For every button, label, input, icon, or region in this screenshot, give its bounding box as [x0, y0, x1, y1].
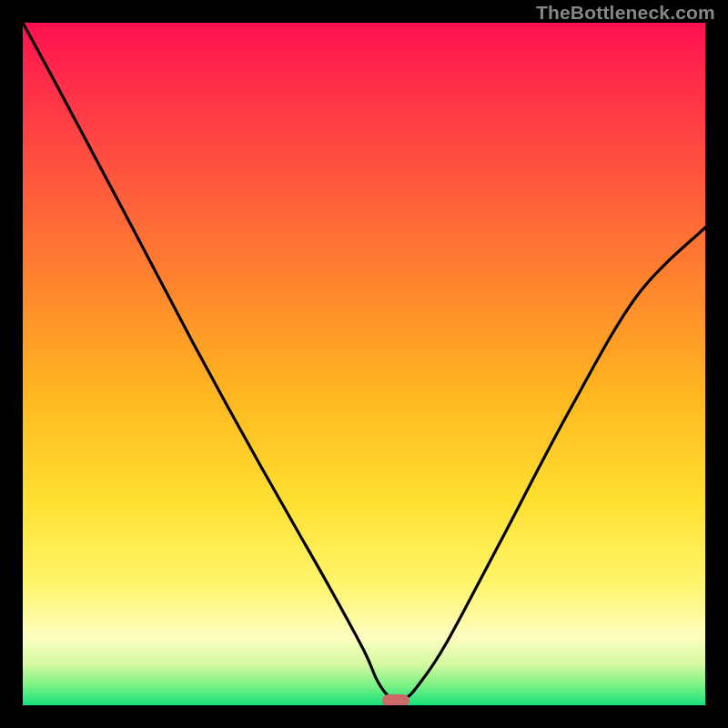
chart-frame: TheBottleneck.com	[0, 0, 728, 728]
bottleneck-curve	[23, 23, 705, 705]
watermark-text: TheBottleneck.com	[536, 2, 715, 24]
plot-area	[23, 23, 705, 705]
bottleneck-marker	[382, 694, 410, 705]
